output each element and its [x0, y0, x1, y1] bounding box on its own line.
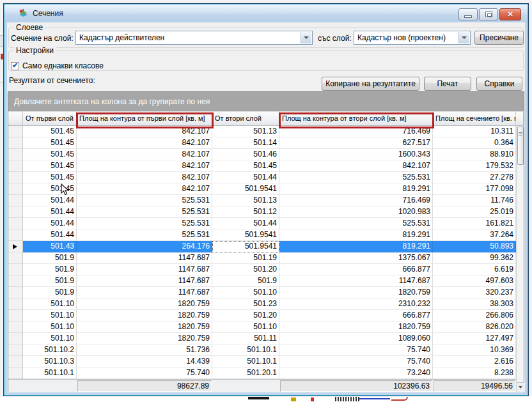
table-cell[interactable]: 266.806: [433, 310, 516, 321]
table-cell[interactable]: 1375.067: [279, 252, 433, 264]
table-cell[interactable]: 819.291: [279, 183, 433, 195]
scrollbar-down-button[interactable]: [517, 382, 524, 392]
copy-results-button[interactable]: Копиране на резултатите: [322, 77, 419, 91]
table-cell[interactable]: 842.107: [77, 172, 212, 183]
table-row[interactable]: 501.45842.107501.9541819.291177.098: [8, 183, 516, 195]
group-by-panel[interactable]: Довлачете антетката на колона за да груп…: [8, 92, 524, 111]
table-cell[interactable]: 501.23: [212, 298, 279, 310]
table-cell[interactable]: 501.14: [212, 137, 279, 149]
table-cell[interactable]: 501.44: [23, 218, 77, 229]
table-cell[interactable]: 11.746: [433, 195, 516, 206]
table-row[interactable]: 501.10.175.740501.20.173.2408.238: [8, 367, 516, 379]
table-row[interactable]: 501.91147.687501.101820.759320.237: [8, 287, 516, 298]
same-classes-checkbox[interactable]: ✔: [11, 62, 19, 70]
table-cell[interactable]: 501.9: [23, 264, 77, 275]
table-cell[interactable]: 0.364: [433, 137, 516, 149]
table-cell[interactable]: 842.107: [77, 183, 212, 195]
table-cell[interactable]: 27.278: [433, 172, 516, 183]
target-layer-combobox[interactable]: Кадастър нов (проектен): [354, 31, 471, 45]
table-cell[interactable]: 501.10: [212, 287, 279, 298]
table-cell[interactable]: 2310.232: [279, 298, 433, 310]
minimize-button[interactable]: [458, 8, 478, 20]
table-cell[interactable]: 525.531: [77, 195, 212, 206]
table-row[interactable]: 501.44525.531501.44525.531161.821: [8, 218, 516, 229]
table-cell[interactable]: 842.107: [77, 137, 212, 149]
table-cell[interactable]: 1147.687: [77, 287, 212, 298]
table-cell[interactable]: 501.45: [212, 160, 279, 172]
table-cell[interactable]: 501.10: [23, 298, 77, 310]
table-cell[interactable]: 501.44: [23, 229, 77, 241]
table-cell[interactable]: 177.098: [433, 183, 516, 195]
table-row[interactable]: 501.10.314.439501.10.175.7402.616: [8, 356, 516, 367]
close-button[interactable]: ✕: [499, 8, 521, 20]
table-cell[interactable]: 99.362: [433, 252, 516, 264]
table-cell[interactable]: 501.44: [23, 206, 77, 218]
column-header-2[interactable]: От втори слой: [212, 111, 279, 126]
table-cell[interactable]: 1820.759: [279, 287, 433, 298]
print-button[interactable]: Печат: [424, 77, 471, 91]
table-cell[interactable]: 264.176: [77, 241, 212, 252]
table-cell[interactable]: 501.10.2: [23, 344, 77, 356]
table-row[interactable]: 501.45842.107501.44525.53127.278: [8, 172, 516, 183]
table-cell[interactable]: 501.20: [212, 310, 279, 321]
table-cell[interactable]: 37.264: [433, 229, 516, 241]
table-row[interactable]: 501.44525.531501.9541819.29137.264: [8, 229, 516, 241]
table-row[interactable]: 501.10.251.736501.10.175.74010.369: [8, 344, 516, 356]
table-cell[interactable]: 1020.983: [279, 206, 433, 218]
table-cell[interactable]: 127.497: [433, 333, 516, 344]
table-row[interactable]: 501.45842.107501.45842.107179.532: [8, 160, 516, 172]
table-cell[interactable]: 1147.687: [279, 275, 433, 287]
maximize-button[interactable]: [479, 8, 498, 20]
table-cell[interactable]: 2.616: [433, 356, 516, 367]
table-cell[interactable]: 525.531: [279, 218, 433, 229]
table-cell[interactable]: 525.531: [77, 229, 212, 241]
table-cell[interactable]: 501.9: [23, 287, 77, 298]
table-cell[interactable]: 1147.687: [77, 264, 212, 275]
table-cell[interactable]: 1820.759: [77, 333, 212, 344]
table-cell[interactable]: 501.9: [23, 252, 77, 264]
table-cell[interactable]: 497.603: [433, 275, 516, 287]
table-row[interactable]: 501.101820.759501.111089.060127.497: [8, 333, 516, 344]
scrollbar-thumb[interactable]: [517, 127, 524, 165]
table-row[interactable]: 501.45842.107501.461600.34388.910: [8, 149, 516, 160]
table-row[interactable]: 501.44525.531501.121020.98325.019: [8, 206, 516, 218]
table-row[interactable]: 501.101820.759501.20666.877266.806: [8, 310, 516, 321]
table-cell[interactable]: 38.303: [433, 298, 516, 310]
table-cell[interactable]: 73.240: [279, 367, 433, 379]
table-cell[interactable]: 501.19: [212, 252, 279, 264]
table-cell[interactable]: 6.619: [433, 264, 516, 275]
table-cell[interactable]: 10.369: [433, 344, 516, 356]
table-cell[interactable]: 501.43: [23, 241, 77, 252]
table-cell[interactable]: 501.9: [212, 275, 279, 287]
table-cell[interactable]: 14.439: [77, 356, 212, 367]
table-cell[interactable]: 627.517: [279, 137, 433, 149]
table-cell[interactable]: 501.46: [212, 149, 279, 160]
table-row[interactable]: 501.91147.687501.91147.687497.603: [8, 275, 516, 287]
table-cell[interactable]: 716.469: [279, 195, 433, 206]
table-cell[interactable]: 1089.060: [279, 333, 433, 344]
table-cell[interactable]: 501.44: [23, 195, 77, 206]
table-cell[interactable]: 75.740: [279, 344, 433, 356]
table-cell[interactable]: 501.45: [23, 160, 77, 172]
table-cell[interactable]: 25.019: [433, 206, 516, 218]
table-cell[interactable]: 179.532: [433, 160, 516, 172]
table-cell[interactable]: 10.311: [433, 126, 516, 137]
table-cell[interactable]: 88.910: [433, 149, 516, 160]
table-cell[interactable]: 75.740: [279, 356, 433, 367]
table-cell[interactable]: 161.821: [433, 218, 516, 229]
table-cell[interactable]: 842.107: [77, 160, 212, 172]
table-cell[interactable]: 1820.759: [77, 310, 212, 321]
table-cell[interactable]: 501.10: [212, 321, 279, 333]
table-cell[interactable]: 1600.343: [279, 149, 433, 160]
table-cell[interactable]: 501.20: [212, 264, 279, 275]
source-layer-combobox[interactable]: Кадастър действителен: [75, 31, 313, 45]
reports-button[interactable]: Справки: [476, 77, 522, 91]
table-cell[interactable]: 501.10.1: [23, 367, 77, 379]
table-cell[interactable]: 501.11: [212, 333, 279, 344]
table-row[interactable]: 501.45842.107501.14627.5170.364: [8, 137, 516, 149]
combo-dropdown-button[interactable]: [458, 32, 469, 43]
table-cell[interactable]: 826.020: [433, 321, 516, 333]
table-cell[interactable]: 525.531: [279, 172, 433, 183]
table-cell[interactable]: 501.12: [212, 206, 279, 218]
table-row[interactable]: 501.44525.531501.13716.46911.746: [8, 195, 516, 206]
